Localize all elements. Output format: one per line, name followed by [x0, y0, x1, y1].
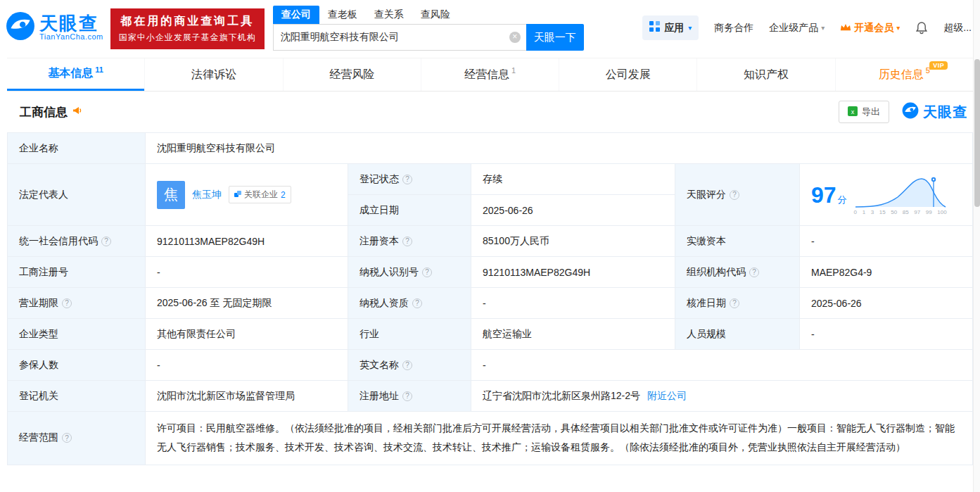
- field-label: 核准日期: [687, 297, 726, 310]
- tab-company-development[interactable]: 公司发展: [559, 58, 696, 91]
- field-label-cell: 核准日期?: [675, 288, 800, 319]
- logo-domain-text: TianYanCha.com: [39, 33, 103, 42]
- tab-legal-proceedings[interactable]: 法律诉讼: [144, 58, 282, 91]
- search-tab-boss[interactable]: 查老板: [319, 6, 366, 24]
- nav-business-cooperation[interactable]: 商务合作: [714, 22, 753, 34]
- main-content: 工商信息 x 导出 天眼查: [0, 92, 980, 465]
- insured-count-value: -: [146, 350, 348, 381]
- legal-rep-cell: 焦 焦玉坤 关联企业 2: [146, 164, 348, 226]
- help-icon[interactable]: ?: [730, 298, 739, 308]
- tab-basic-info[interactable]: 基本信息 11: [7, 58, 144, 91]
- field-label: 企业名称: [8, 133, 146, 164]
- field-label: 企业类型: [8, 319, 146, 350]
- tab-intellectual-property[interactable]: 知识产权: [696, 58, 834, 91]
- reg-authority-value: 沈阳市沈北新区市场监督管理局: [146, 381, 348, 412]
- page-scrollbar: [973, 0, 980, 492]
- help-icon[interactable]: ?: [62, 298, 72, 308]
- credit-code-value: 91210113MAEP82G49H: [146, 226, 348, 257]
- tab-label: 法律诉讼: [191, 68, 236, 82]
- score-axis: 0 1 3 15 50 85 97 99 100: [854, 209, 947, 215]
- axis-tick: 0: [854, 209, 857, 215]
- field-label-cell: 纳税人识别号?: [348, 257, 471, 288]
- field-label: 法定代表人: [8, 164, 146, 226]
- header-nav: 应用 ▾ 商务合作 企业级产品 ▾ 开通会员 ▾ 超级...: [642, 15, 972, 40]
- related-company-icon: [234, 190, 241, 200]
- reg-number-value: -: [146, 257, 348, 288]
- reg-address-value: 辽宁省沈阳市沈北新区泉州路12-2号: [483, 390, 640, 403]
- field-label-cell: 营业期限?: [8, 288, 146, 319]
- notification-bell-icon[interactable]: [915, 21, 928, 34]
- search-button[interactable]: 天眼一下: [526, 24, 584, 51]
- apps-grid-icon: [649, 21, 660, 34]
- related-companies-count: 2: [281, 190, 286, 200]
- tab-label: 经营风险: [329, 68, 374, 82]
- help-icon[interactable]: ?: [402, 360, 412, 370]
- promo-banner: 都在用的商业查询工具 国家中小企业发展子基金旗下机构: [110, 8, 265, 49]
- axis-tick: 100: [937, 209, 946, 215]
- help-icon[interactable]: ?: [412, 298, 422, 308]
- search-tabs: 查公司 查老板 查关系 查风险: [273, 6, 584, 24]
- field-label: 纳税人识别号: [359, 266, 419, 279]
- field-label: 英文名称: [359, 359, 399, 372]
- help-icon[interactable]: ?: [101, 236, 111, 246]
- help-icon[interactable]: ?: [62, 433, 72, 443]
- chevron-down-icon: ▾: [821, 24, 825, 32]
- establish-date-value: 2025-06-26: [471, 195, 675, 226]
- field-label: 人员规模: [675, 319, 800, 350]
- search-tab-relation[interactable]: 查关系: [366, 6, 412, 24]
- chevron-down-icon: ▾: [896, 24, 900, 32]
- staff-size-value: -: [800, 319, 973, 350]
- field-label-cell: 统一社会信用代码?: [8, 226, 146, 257]
- field-label-cell: 登记状态 ?: [348, 164, 471, 195]
- legal-rep-link[interactable]: 焦玉坤: [192, 189, 222, 201]
- field-label: 实缴资本: [675, 226, 800, 257]
- axis-tick: 1: [863, 209, 865, 215]
- tab-operation-info[interactable]: 经营信息 1: [421, 58, 559, 91]
- tianyancha-logo[interactable]: 天眼查 TianYanCha.com: [6, 11, 103, 44]
- logo-brand-text: 天眼查: [39, 14, 103, 33]
- tab-history-info[interactable]: 历史信息 5 VIP: [835, 58, 973, 91]
- section-title: 工商信息: [20, 104, 68, 120]
- nav-open-membership[interactable]: 开通会员 ▾: [840, 22, 900, 34]
- vip-badge: VIP: [929, 61, 948, 70]
- field-label: 纳税人资质: [359, 297, 409, 310]
- search-tab-risk[interactable]: 查风险: [412, 6, 459, 24]
- help-icon[interactable]: ?: [422, 267, 432, 277]
- field-label-cell: 英文名称?: [348, 350, 471, 381]
- tab-label: 知识产权: [744, 68, 789, 82]
- score-cell: 97分 0 1: [800, 164, 973, 226]
- axis-tick: 3: [871, 209, 874, 215]
- tab-count: 1: [511, 66, 516, 75]
- help-icon[interactable]: ?: [402, 236, 412, 246]
- help-icon[interactable]: ?: [402, 391, 412, 401]
- field-label-cell: 组织机构代码?: [675, 257, 800, 288]
- export-button[interactable]: x 导出: [839, 101, 889, 123]
- nav-enterprise-products[interactable]: 企业级产品 ▾: [769, 22, 825, 34]
- score-unit: 分: [838, 194, 847, 205]
- tab-operation-risk[interactable]: 经营风险: [283, 58, 421, 91]
- company-name-value: 沈阳重明航空科技有限公司: [146, 133, 973, 164]
- legal-rep-avatar[interactable]: 焦: [157, 181, 185, 209]
- industry-value: 航空运输业: [471, 319, 675, 350]
- help-icon[interactable]: ?: [730, 190, 739, 200]
- field-label: 经营范围: [19, 431, 58, 444]
- help-icon[interactable]: ?: [749, 267, 759, 277]
- nav-super-vip[interactable]: 超级...: [943, 22, 972, 34]
- field-label: 行业: [348, 319, 471, 350]
- crown-icon: [840, 23, 851, 34]
- nearby-companies-link[interactable]: 附近公司: [647, 390, 687, 403]
- paid-capital-value: -: [800, 226, 973, 257]
- help-icon[interactable]: ?: [402, 175, 412, 184]
- related-companies-badge[interactable]: 关联企业 2: [229, 186, 291, 203]
- clear-search-icon[interactable]: ×: [509, 32, 521, 43]
- apps-menu-button[interactable]: 应用 ▾: [642, 15, 699, 40]
- score-curve-chart: 0 1 3 15 50 85 97 99 100: [854, 175, 947, 215]
- nav-enterprise-products-label: 企业级产品: [769, 22, 818, 34]
- promo-line-1: 都在用的商业查询工具: [119, 14, 256, 29]
- scrollbar-thumb[interactable]: [974, 59, 980, 207]
- search-tab-company[interactable]: 查公司: [273, 6, 319, 24]
- search-input[interactable]: [273, 24, 526, 51]
- top-header: 天眼查 TianYanCha.com 都在用的商业查询工具 国家中小企业发展子基…: [0, 0, 980, 58]
- company-type-value: 其他有限责任公司: [146, 319, 348, 350]
- field-label-cell: 注册资本?: [348, 226, 471, 257]
